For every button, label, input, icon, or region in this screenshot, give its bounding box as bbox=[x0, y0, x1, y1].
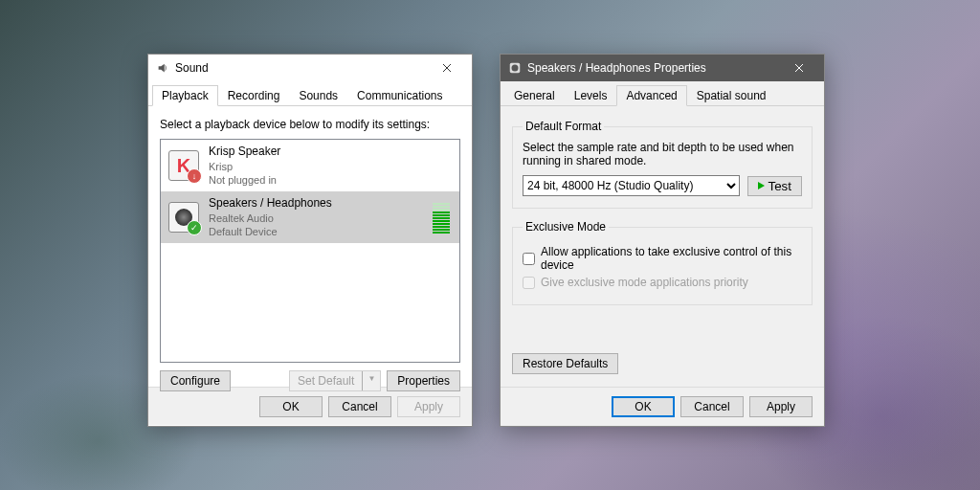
device-status: Default Device bbox=[209, 225, 423, 238]
tab-sounds[interactable]: Sounds bbox=[289, 85, 347, 105]
tab-levels[interactable]: Levels bbox=[565, 85, 617, 105]
sound-icon bbox=[156, 61, 169, 75]
speaker-properties-dialog: Speakers / Headphones Properties General… bbox=[500, 54, 825, 427]
ok-button[interactable]: OK bbox=[259, 396, 323, 417]
tab-advanced[interactable]: Advanced bbox=[616, 85, 686, 106]
default-format-legend: Default Format bbox=[523, 120, 604, 133]
instruction-text: Select a playback device below to modify… bbox=[160, 118, 460, 131]
device-name: Speakers / Headphones bbox=[209, 196, 423, 212]
device-item-speakers[interactable]: ✓ Speakers / Headphones Realtek Audio De… bbox=[161, 191, 459, 243]
exclusive-control-label: Allow applications to take exclusive con… bbox=[541, 245, 802, 272]
cancel-button[interactable]: Cancel bbox=[328, 396, 391, 417]
default-format-group: Default Format Select the sample rate an… bbox=[512, 120, 813, 209]
tab-general[interactable]: General bbox=[504, 85, 565, 105]
test-button[interactable]: Test bbox=[747, 176, 802, 196]
device-driver: Krisp bbox=[209, 160, 452, 173]
dialog-footer: OK Cancel Apply bbox=[501, 387, 824, 425]
device-name: Krisp Speaker bbox=[209, 145, 452, 160]
exclusive-priority-checkbox bbox=[523, 277, 535, 289]
speaker-icon bbox=[508, 61, 522, 75]
default-format-desc: Select the sample rate and bit depth to … bbox=[523, 141, 802, 167]
play-icon bbox=[758, 182, 765, 189]
tab-strip: General Levels Advanced Spatial sound bbox=[501, 81, 824, 106]
exclusive-mode-group: Exclusive Mode Allow applications to tak… bbox=[512, 220, 813, 305]
tab-strip: Playback Recording Sounds Communications bbox=[148, 81, 472, 106]
tab-communications[interactable]: Communications bbox=[347, 85, 452, 105]
exclusive-control-checkbox[interactable] bbox=[523, 253, 535, 265]
configure-button[interactable]: Configure bbox=[160, 370, 231, 391]
device-list[interactable]: K ↓ Krisp Speaker Krisp Not plugged in ✓… bbox=[160, 139, 460, 363]
tab-playback[interactable]: Playback bbox=[152, 85, 218, 106]
unplugged-badge-icon: ↓ bbox=[187, 168, 202, 184]
close-button[interactable] bbox=[780, 56, 818, 79]
device-text: Speakers / Headphones Realtek Audio Defa… bbox=[209, 196, 423, 238]
format-select[interactable]: 24 bit, 48000 Hz (Studio Quality) bbox=[523, 175, 740, 196]
device-status: Not plugged in bbox=[209, 173, 452, 187]
window-title: Speakers / Headphones Properties bbox=[527, 61, 780, 75]
properties-button[interactable]: Properties bbox=[387, 370, 460, 391]
default-badge-icon: ✓ bbox=[187, 220, 202, 235]
device-actions: Configure Set Default ▼ Properties bbox=[160, 370, 460, 391]
svg-point-1 bbox=[512, 65, 519, 72]
sound-dialog: Sound Playback Recording Sounds Communic… bbox=[147, 54, 473, 427]
test-label: Test bbox=[768, 179, 791, 193]
krisp-icon: K ↓ bbox=[168, 150, 199, 181]
tab-spatial[interactable]: Spatial sound bbox=[687, 85, 776, 105]
close-button[interactable] bbox=[428, 56, 466, 79]
device-driver: Realtek Audio bbox=[209, 212, 423, 225]
ok-button[interactable]: OK bbox=[612, 396, 675, 417]
exclusive-priority-label: Give exclusive mode applications priorit… bbox=[541, 276, 748, 289]
window-title: Sound bbox=[175, 61, 428, 75]
level-meter bbox=[433, 201, 450, 234]
apply-button[interactable]: Apply bbox=[749, 396, 813, 417]
exclusive-priority-option: Give exclusive mode applications priorit… bbox=[523, 276, 802, 289]
apply-button[interactable]: Apply bbox=[397, 396, 460, 417]
titlebar: Speakers / Headphones Properties bbox=[501, 55, 824, 81]
speaker-icon: ✓ bbox=[168, 202, 199, 233]
cancel-button[interactable]: Cancel bbox=[680, 396, 744, 417]
device-item-krisp[interactable]: K ↓ Krisp Speaker Krisp Not plugged in bbox=[161, 140, 459, 191]
exclusive-mode-legend: Exclusive Mode bbox=[523, 220, 609, 234]
restore-defaults-button[interactable]: Restore Defaults bbox=[512, 353, 618, 374]
exclusive-control-option[interactable]: Allow applications to take exclusive con… bbox=[523, 245, 802, 272]
tab-recording[interactable]: Recording bbox=[218, 85, 290, 105]
dialog-footer: OK Cancel Apply bbox=[148, 387, 472, 425]
advanced-panel: Default Format Select the sample rate an… bbox=[501, 106, 824, 387]
set-default-button[interactable]: Set Default ▼ bbox=[289, 370, 381, 391]
device-text: Krisp Speaker Krisp Not plugged in bbox=[209, 145, 452, 187]
titlebar: Sound bbox=[148, 55, 472, 81]
playback-panel: Select a playback device below to modify… bbox=[148, 106, 472, 387]
chevron-down-icon: ▼ bbox=[362, 371, 380, 390]
set-default-label: Set Default bbox=[290, 371, 362, 390]
